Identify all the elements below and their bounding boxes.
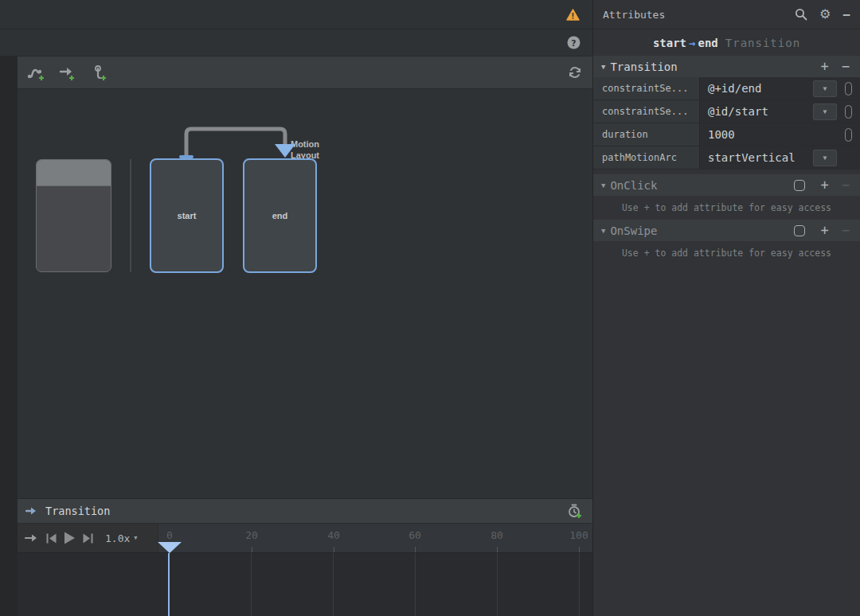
editor-second-toolbar: ? [0,29,592,57]
transition-direction-icon[interactable] [25,533,39,543]
tick-mark [334,547,334,552]
constraint-set-start-value[interactable]: @id/start [708,105,813,118]
tick-mark [579,547,580,552]
tick-label-0: 0 [166,529,173,541]
transition-arrow-icon [25,504,38,519]
skip-to-start-button[interactable] [46,533,57,544]
collapse-icon[interactable]: ▼ [601,181,605,189]
add-keyframe-clock-icon[interactable] [565,501,584,520]
section-onswipe[interactable]: ▼ OnSwipe + − [593,220,860,241]
section-onclick[interactable]: ▼ OnClick + − [593,174,860,196]
svg-text:?: ? [571,38,576,49]
attr-row-constraint-set-start: constraintSe... @id/start ▼ [593,100,860,123]
selected-transition-subtitle: start → end Transition [593,29,860,56]
speed-caret-icon: ▼ [134,535,137,541]
editor-top-toolbar [0,0,592,29]
add-onclick-button[interactable]: + [821,178,829,192]
hide-panel-icon[interactable]: − [842,7,850,22]
attributes-panel-header: Attributes ⚙ − [593,0,860,29]
add-click-or-swipe-icon[interactable] [89,63,108,82]
tick-label-80: 80 [491,529,503,541]
timeline-gridline [333,553,334,616]
section-transition[interactable]: ▼ Transition + − [593,56,860,77]
add-constraint-set-icon[interactable] [25,63,45,82]
subtitle-kind: Transition [725,37,800,49]
path-motion-arc-dropdown[interactable]: ▼ [813,150,837,166]
tick-mark [497,547,498,552]
add-attribute-button[interactable]: + [821,60,829,73]
add-onswipe-button[interactable]: + [821,224,829,237]
motion-layout-node-header [37,160,111,186]
onswipe-checkbox[interactable] [794,225,805,236]
timeline-gridline [579,553,580,616]
timeline-track-area[interactable] [18,552,592,616]
attr-row-constraint-set-end: constraintSe... @+id/end ▼ [593,77,860,100]
pick-resource-icon[interactable] [845,128,852,142]
tick-mark [252,547,252,552]
motion-editor-body: Motion Layout start end [0,57,592,616]
timeline-gridline [251,553,252,616]
subtitle-arrow-icon: → [689,37,695,49]
pick-resource-icon[interactable] [845,82,852,96]
play-button[interactable] [64,532,76,544]
attr-row-path-motion-arc: pathMotionArc startVertical ▼ [593,146,860,170]
gear-icon[interactable]: ⚙ [819,8,831,21]
skip-to-end-button[interactable] [83,533,93,544]
playhead-handle[interactable] [158,542,182,553]
timeline-controls: 1.0x ▼ [18,524,158,552]
timeline-title: Transition [45,505,110,517]
timeline-gridline [497,553,498,616]
constraint-set-start-dropdown[interactable]: ▼ [813,103,837,120]
start-label: start [178,211,197,220]
remove-onclick-button[interactable]: − [842,178,850,192]
onclick-checkbox[interactable] [794,180,805,191]
constraint-set-end-value[interactable]: @+id/end [708,82,813,95]
path-motion-arc-value[interactable]: startVertical [708,151,813,164]
tick-label-20: 20 [245,529,258,541]
search-icon[interactable] [795,8,807,21]
design-surface-area: ? [0,0,593,616]
duration-value[interactable]: 1000 [708,128,841,141]
refresh-icon[interactable] [565,63,584,82]
remove-onswipe-button[interactable]: − [842,224,850,237]
collapse-icon[interactable]: ▼ [601,227,605,235]
subtitle-start: start [653,37,686,49]
warning-icon[interactable] [563,5,582,24]
left-gutter [0,57,18,616]
motion-editor-window: ? [0,0,860,616]
collapse-icon[interactable]: ▼ [601,63,605,71]
motion-editor-panel: Motion Layout start end [18,57,592,616]
constraint-set-start[interactable]: start [150,158,224,273]
playback-speed-dropdown[interactable]: 1.0x ▼ [105,532,138,544]
timeline-gridline [415,553,416,616]
add-transition-icon[interactable] [57,63,76,82]
tick-mark [415,547,416,552]
motion-layout-label: Motion Layout [18,138,592,161]
tick-label-60: 60 [408,529,421,541]
help-icon[interactable]: ? [564,33,583,53]
playhead-line[interactable] [168,553,170,616]
motion-overview-canvas[interactable]: Motion Layout start end [18,89,592,498]
attributes-title: Attributes [603,9,665,21]
tick-label-100: 100 [569,529,588,541]
timeline-header[interactable]: Transition [18,498,592,524]
remove-attribute-button[interactable]: − [842,60,850,73]
constraint-set-end[interactable]: end [243,158,317,273]
subtitle-end: end [698,37,718,49]
pick-resource-icon[interactable] [845,105,852,119]
tick-label-40: 40 [327,529,340,541]
onclick-hint: Use + to add attribute for easy access [593,196,860,220]
onswipe-hint: Use + to add attribute for easy access [593,241,860,265]
timeline-ruler[interactable]: 0 20 40 60 80 100 [158,524,592,552]
motion-toolbar [18,57,592,89]
constraint-set-end-dropdown[interactable]: ▼ [813,80,837,97]
timeline-bar: 1.0x ▼ 0 20 40 60 80 100 [18,524,592,552]
attributes-panel: Attributes ⚙ − start → end Transition ▼ … [593,0,860,616]
canvas-divider [130,159,131,272]
attr-row-duration: duration 1000 [593,123,860,146]
motion-layout-node[interactable] [36,159,111,272]
end-label: end [272,211,288,220]
